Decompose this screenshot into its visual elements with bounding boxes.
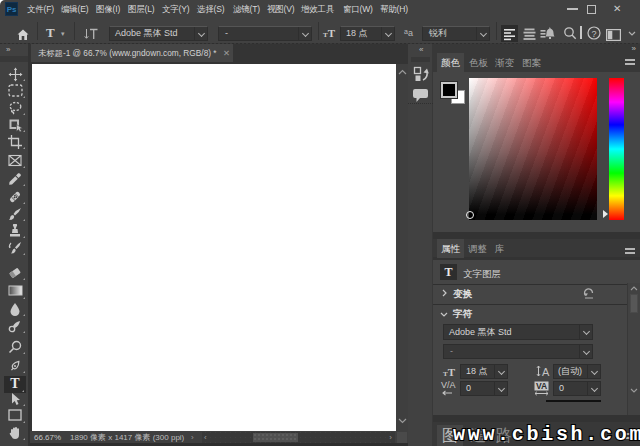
svg-text:T: T: [10, 376, 20, 390]
svg-text:www.cbish.com: www.cbish.com: [453, 423, 640, 446]
svg-text:?: ?: [591, 29, 596, 39]
svg-text:VA: VA: [536, 381, 547, 391]
svg-text:A: A: [542, 366, 550, 378]
